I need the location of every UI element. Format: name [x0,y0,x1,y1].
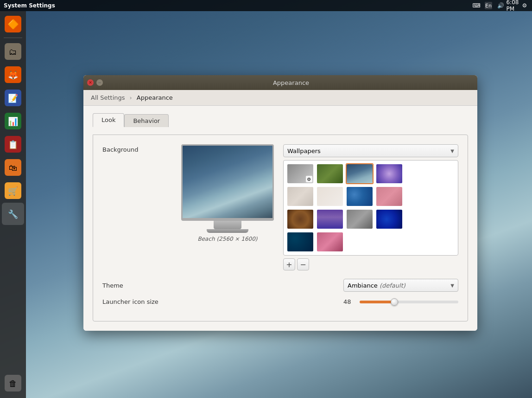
slider-thumb[interactable] [391,298,398,306]
wallpaper-dropdown-arrow: ▼ [450,148,454,154]
slider-row: 48 [343,298,458,305]
settings-overlay-icon: ⚙ [306,176,312,182]
launcher-item-impress[interactable]: 📋 [2,133,24,155]
monitor-screen-wrap [181,144,274,221]
panel-title: System Settings [4,2,473,9]
launcher-item-software[interactable]: 🛍 [2,156,24,179]
tab-behavior[interactable]: Behavior [124,114,169,127]
wallpaper-dropdown[interactable]: Wallpapers ▼ [283,144,458,157]
wallpaper-thumb-3[interactable] [346,163,374,184]
theme-value-text: Ambiance [348,282,378,289]
wallpaper-thumb-inner-5 [287,187,313,206]
ubuntu-logo-icon: 🔶 [7,19,19,30]
launcher-item-writer[interactable]: 📝 [2,87,24,109]
wallpaper-grid: ⚙ [284,160,458,255]
theme-default-tag: (default) [380,282,405,289]
launcher-slider[interactable] [360,301,458,303]
bg-preview-area: Beach (2560 × 1600) Wallpapers ▼ [181,144,458,270]
wallpaper-thumb-9[interactable] [286,209,314,230]
launcher-item-firefox[interactable]: 🦊 [2,64,24,86]
close-icon: ✕ [89,80,92,85]
theme-dropdown[interactable]: Ambiance (default) ▼ [343,279,458,292]
wallpaper-thumb-12[interactable] [375,209,403,230]
appearance-window: ✕ − Appearance All Settings › Appearance… [83,75,477,331]
monitor-base [207,229,248,233]
wallpaper-thumb-inner-11 [347,210,373,229]
wallpaper-thumb-14[interactable] [316,231,344,252]
wallpaper-thumb-4[interactable] [375,163,403,184]
software-icon: 🛍 [9,163,17,173]
wallpaper-thumb-inner-6 [317,187,343,206]
wallpaper-area: Wallpapers ▼ ⚙ [283,144,458,270]
theme-label: Theme [102,282,343,289]
wallpaper-thumb-2[interactable] [316,163,344,184]
amazon-icon: 🛒 [8,186,18,196]
theme-section: Theme Ambiance (default) ▼ [102,279,458,292]
wallpaper-grid-container: ⚙ [283,160,458,256]
background-section: Background Bea [102,144,458,270]
breadcrumb-bar: All Settings › Appearance [83,90,477,106]
launcher-size-section: Launcher icon size 48 [102,298,458,305]
launcher-item-calc[interactable]: 📊 [2,110,24,132]
wallpaper-thumb-8[interactable] [375,186,403,207]
writer-icon: 📝 [8,93,18,103]
keyboard-icon[interactable]: ⌨ [473,2,480,9]
tabs: Look Behavior [93,113,468,127]
close-button[interactable]: ✕ [87,79,94,86]
wallpaper-thumb-inner-4 [376,164,402,183]
wallpaper-thumb-inner-7 [347,187,373,206]
tab-look[interactable]: Look [93,113,124,127]
wallpaper-thumb-inner-3 [347,164,373,183]
monitor-caption: Beach (2560 × 1600) [197,236,257,242]
theme-control: Ambiance (default) ▼ [343,279,458,292]
system-settings-icon: 🔧 [8,209,18,219]
firefox-icon: 🦊 [8,70,18,80]
launcher-size-label: Launcher icon size [102,298,343,305]
settings-icon[interactable]: ⚙ [521,2,528,9]
add-wallpaper-button[interactable]: + [283,258,295,270]
minimize-icon: − [98,80,101,85]
launcher: 🔶 🗂 🦊 📝 📊 📋 🛍 🛒 [0,11,26,398]
calc-icon: 📊 [8,116,18,126]
minimize-button[interactable]: − [96,79,103,86]
tab-content: Background Bea [93,135,468,321]
slider-value: 48 [343,298,355,305]
remove-wallpaper-button[interactable]: − [297,258,309,270]
wallpaper-actions: + − [283,258,458,270]
volume-icon[interactable]: 🔊 [497,2,504,9]
launcher-item-system-settings[interactable]: 🔧 [2,203,24,225]
monitor-stand [214,221,241,229]
wallpaper-thumb-1[interactable]: ⚙ [286,163,314,184]
wallpaper-thumb-10[interactable] [316,209,344,230]
wallpaper-thumb-7[interactable] [346,186,374,207]
breadcrumb-all-settings[interactable]: All Settings [88,93,128,102]
wallpaper-thumb-inner-9 [287,210,313,229]
content-area: Look Behavior Background [83,106,477,331]
monitor-preview: Beach (2560 × 1600) [181,144,274,242]
clock: 6:08 PM [509,2,516,9]
breadcrumb-appearance[interactable]: Appearance [134,93,176,102]
wallpaper-thumb-5[interactable] [286,186,314,207]
wallpaper-thumb-11[interactable] [346,209,374,230]
top-panel: System Settings ⌨ En 🔊 6:08 PM ⚙ [0,0,532,11]
theme-value: Ambiance (default) [348,282,405,289]
launcher-item-trash[interactable]: 🗑 [2,372,24,394]
wallpaper-dropdown-label: Wallpapers [287,148,321,154]
wallpaper-thumb-13[interactable] [286,231,314,252]
theme-dropdown-arrow: ▼ [450,283,454,288]
wallpaper-thumb-inner-2 [317,164,343,183]
launcher-item-amazon[interactable]: 🛒 [2,180,24,202]
wallpaper-thumb-inner-8 [376,187,402,206]
wallpaper-thumb-inner-13 [287,232,313,251]
launcher-item-ubuntu[interactable]: 🔶 [2,13,24,35]
launcher-divider [4,38,22,38]
wallpaper-thumb-6[interactable] [316,186,344,207]
files-icon: 🗂 [9,47,17,57]
background-content: Beach (2560 × 1600) Wallpapers ▼ [181,144,458,270]
language-label[interactable]: En [485,2,492,9]
impress-icon: 📋 [8,140,18,149]
launcher-size-control: 48 [343,298,458,305]
launcher-item-files[interactable]: 🗂 [2,40,24,63]
monitor-screen [183,146,272,218]
wallpaper-thumb-inner-14 [317,232,343,251]
